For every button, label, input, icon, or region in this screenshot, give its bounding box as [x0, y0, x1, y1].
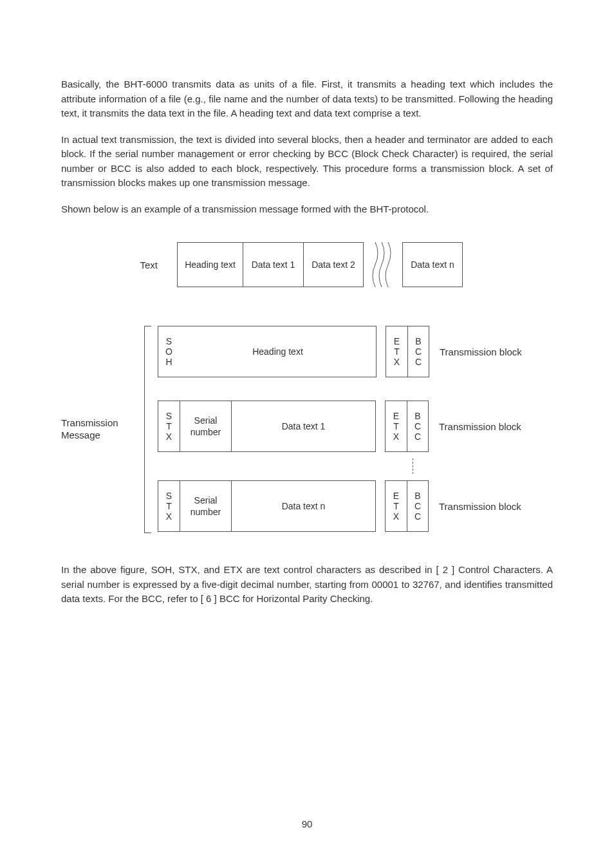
serial-number-cell-n: Serial number: [180, 480, 231, 532]
transmission-block-2: S T X Serial number Data text 1 E T X: [158, 401, 553, 452]
etx2-x: X: [393, 431, 399, 442]
soh-o: O: [165, 346, 172, 357]
trans-label-line2: Message: [61, 429, 100, 440]
stx-cell-2: S T X: [158, 401, 180, 452]
stxn-s: S: [166, 491, 172, 501]
stx-cell-n: S T X: [158, 480, 180, 532]
ellipsis-gap: [364, 242, 402, 287]
data-text-n-cell: Data text n: [402, 242, 463, 287]
etxn-x: X: [393, 511, 399, 522]
etx1-t: T: [394, 346, 400, 357]
etx2-e: E: [393, 411, 399, 421]
break-icon: [364, 242, 402, 287]
bcc-cell-1: B C C: [407, 326, 429, 377]
text-row: Text Heading text Data text 1 Data text …: [80, 242, 553, 287]
document-page: Basically, the BHT-6000 transmits data a…: [0, 0, 614, 868]
page-number: 90: [0, 818, 614, 829]
data-text-1-block-cell: Data text 1: [231, 401, 376, 452]
transmission-block-1: S O H Heading text E T X B C C: [158, 326, 553, 377]
etxn-e: E: [393, 491, 399, 501]
soh-h: H: [165, 357, 172, 367]
bcc1-c2: C: [415, 357, 422, 367]
paragraph-3: Shown below is an example of a transmiss…: [61, 202, 553, 217]
bcc-cell-n: B C C: [407, 480, 429, 532]
etx-cell-2: E T X: [385, 401, 407, 452]
bcc-cell-2: B C C: [407, 401, 429, 452]
serial2-line1: Serial: [194, 415, 218, 426]
data-text-2-cell: Data text 2: [303, 242, 364, 287]
stxn-t: T: [166, 501, 172, 511]
transmission-message-label: Transmission Message: [61, 326, 158, 532]
bccn-c2: C: [414, 511, 421, 522]
bcc2-c1: C: [414, 421, 421, 431]
transmission-block-label-1: Transmission block: [440, 346, 522, 357]
paragraph-1: Basically, the BHT-6000 transmits data a…: [61, 77, 553, 121]
paragraph-4: In the above figure, SOH, STX, and ETX a…: [61, 563, 553, 607]
data-text-n-block-cell: Data text n: [231, 480, 376, 532]
bcc1-b: B: [415, 336, 421, 346]
stxn-x: X: [166, 511, 172, 522]
trans-label-line1: Transmission: [61, 417, 118, 428]
etxn-t: T: [393, 501, 399, 511]
transmission-block-n: S T X Serial number Data text n E T X: [158, 480, 553, 532]
etx-cell-n: E T X: [385, 480, 407, 532]
transmission-message-area: Transmission Message S O H Heading text: [61, 326, 553, 532]
heading-text-cell: Heading text: [177, 242, 243, 287]
serialn-line1: Serial: [194, 495, 218, 506]
etx2-t: T: [393, 421, 399, 431]
bccn-c1: C: [414, 501, 421, 511]
diagram: Text Heading text Data text 1 Data text …: [61, 242, 553, 532]
serial2-line2: number: [191, 426, 221, 438]
bcc2-b: B: [414, 411, 420, 421]
bccn-b: B: [414, 491, 420, 501]
etx1-e: E: [394, 336, 400, 346]
etx1-x: X: [394, 357, 400, 367]
text-row-label: Text: [80, 259, 177, 270]
bracket-icon: [144, 326, 151, 533]
soh-cell: S O H: [158, 326, 180, 377]
paragraph-2: In actual text transmission, the text is…: [61, 133, 553, 191]
soh-s: S: [166, 336, 172, 346]
bcc1-c1: C: [415, 346, 422, 357]
data-text-1-cell: Data text 1: [243, 242, 303, 287]
stx2-x: X: [166, 431, 172, 442]
stx2-t: T: [166, 421, 172, 431]
transmission-block-label-n: Transmission block: [439, 501, 521, 512]
blocks-column: S O H Heading text E T X B C C: [158, 326, 553, 532]
stx2-s: S: [166, 411, 172, 421]
vertical-ellipsis: [274, 457, 553, 475]
bcc2-c2: C: [414, 431, 421, 442]
serialn-line2: number: [191, 506, 221, 518]
serial-number-cell-2: Serial number: [180, 401, 231, 452]
transmission-block-label-2: Transmission block: [439, 421, 521, 432]
heading-text-block-cell: Heading text: [180, 326, 377, 377]
etx-cell-1: E T X: [386, 326, 407, 377]
